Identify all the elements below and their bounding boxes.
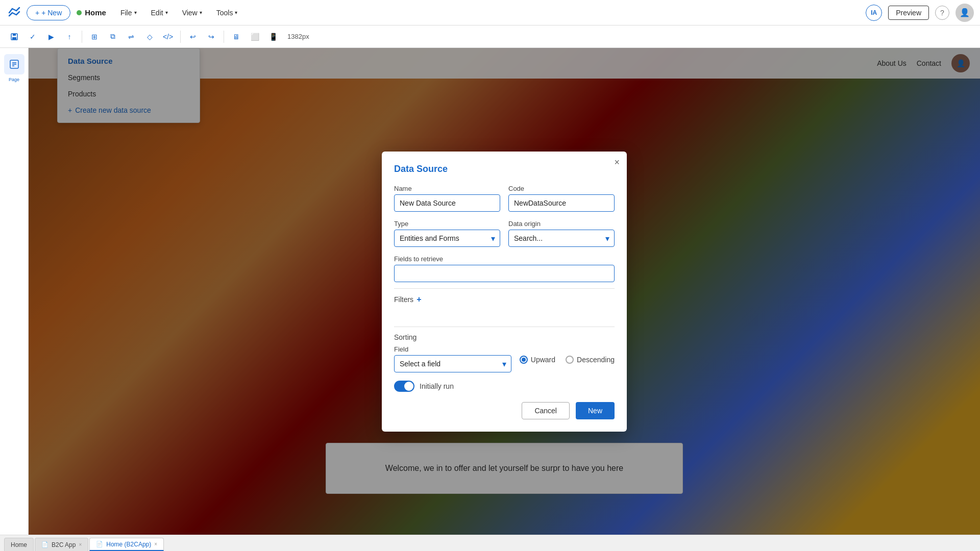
svg-rect-2 [12,37,16,40]
data-tool[interactable]: ⇌ [123,29,139,45]
fields-group: Fields to retrieve [394,255,615,282]
type-select-wrapper: Entities and Forms [394,230,500,247]
tab-home-b2c-label: Home (B2CApp) [106,541,151,548]
svg-rect-1 [13,34,16,36]
cancel-button[interactable]: Cancel [522,402,570,419]
field-select-wrapper: Select a field [394,355,511,372]
chevron-down-icon: ▾ [200,10,202,15]
upward-radio-circle [520,356,528,364]
home-label: Home [77,8,106,17]
sorting-label: Sorting [394,333,615,341]
view-menu[interactable]: View ▾ [176,6,208,20]
descending-radio[interactable]: Descending [566,356,615,364]
filters-area [394,308,615,320]
px-label: 1382px [283,33,313,40]
field-container: Field Select a field [394,345,511,372]
new-button-modal[interactable]: New [576,402,615,419]
data-origin-select-wrapper: Search... [508,230,615,247]
divider1 [394,288,615,289]
type-group: Type Entities and Forms [394,220,500,247]
top-right-controls: IA Preview ? 👤 [866,4,974,22]
field-label: Field [394,345,511,353]
name-input[interactable] [394,194,500,212]
type-select[interactable]: Entities and Forms [394,230,500,247]
mobile-tool[interactable]: 📱 [265,29,281,45]
preview-button[interactable]: Preview [888,6,929,20]
tab-b2c-label: B2C App [52,541,76,548]
modal-overlay: Data Source × Name Code Type [29,48,980,535]
sidebar-page-label: Page [9,77,19,82]
initially-run-label: Initially run [420,382,454,390]
descending-radio-circle [566,356,574,364]
content-area: About Us Contact 👤 Welcome, we in to off… [29,48,980,535]
data-origin-label: Data origin [508,220,615,228]
topbar: + + New Home File ▾ Edit ▾ View ▾ Tools … [0,0,980,26]
tab-home[interactable]: Home [4,538,34,551]
sidebar-page-icon[interactable] [4,54,24,74]
code-group: Code [508,185,615,212]
modal-close-button[interactable]: × [614,158,620,167]
data-origin-select[interactable]: Search... [508,230,615,247]
help-button[interactable]: ? [935,6,949,20]
edit-menu[interactable]: Edit ▾ [145,6,174,20]
filters-add-button[interactable]: + [416,295,421,304]
play-tool[interactable]: ▶ [43,29,59,45]
name-code-row: Name Code [394,185,615,212]
fields-label: Fields to retrieve [394,255,615,263]
name-label: Name [394,185,500,192]
divider2 [394,327,615,327]
chevron-down-icon: ▾ [165,10,168,15]
modal-title: Data Source [394,164,615,174]
logo-icon[interactable] [6,5,22,21]
undo-tool[interactable]: ↩ [185,29,201,45]
filters-header: Filters + [394,295,615,304]
code-tool[interactable]: </> [160,29,176,45]
save-tool[interactable] [6,29,22,45]
type-label: Type [394,220,500,228]
direction-radio-group: Upward Descending [520,356,615,364]
tab-icon-page2: 📄 [96,541,103,547]
tab-home-label: Home [11,541,27,548]
file-menu[interactable]: File ▾ [114,6,143,20]
chevron-down-icon: ▾ [235,10,237,15]
upload-tool[interactable]: ↑ [61,29,78,45]
check-tool[interactable]: ✓ [24,29,41,45]
tab-home-b2c[interactable]: 📄 Home (B2CApp) × [89,538,164,551]
sorting-row: Field Select a field Upward [394,345,615,372]
redo-tool[interactable]: ↪ [203,29,219,45]
ia-badge[interactable]: IA [866,5,882,21]
data-source-modal: Data Source × Name Code Type [382,152,627,432]
tab-b2c-app[interactable]: 📄 B2C App × [35,538,88,551]
sidebar: Page [0,48,29,535]
field-select[interactable]: Select a field [394,355,511,372]
tab-b2c-close[interactable]: × [79,542,82,547]
initially-run-row: Initially run [394,381,615,392]
new-button[interactable]: + + New [27,5,70,20]
filters-label: Filters [394,295,413,304]
data-origin-group: Data origin Search... [508,220,615,247]
layers-tool[interactable]: ⧉ [105,29,121,45]
upward-radio[interactable]: Upward [520,356,555,364]
initially-run-toggle[interactable] [394,381,414,392]
tablet-tool[interactable]: ⬜ [247,29,263,45]
menu-bar: File ▾ Edit ▾ View ▾ Tools ▾ [114,6,243,20]
code-label: Code [508,185,615,192]
tab-home-b2c-close[interactable]: × [154,541,157,547]
code-input[interactable] [508,194,615,212]
fields-input[interactable] [394,265,615,282]
type-origin-row: Type Entities and Forms Data origin Sear… [394,220,615,247]
tab-icon-page: 📄 [41,541,48,548]
user-avatar[interactable]: 👤 [955,4,974,22]
bottombar: Home 📄 B2C App × 📄 Home (B2CApp) × [0,535,980,551]
main-area: Page About Us Contact 👤 Welcome, we in t… [0,48,980,535]
name-group: Name [394,185,500,212]
modal-footer: Cancel New [394,402,615,419]
grid-tool[interactable]: ⊞ [86,29,103,45]
toolbar2: ✓ ▶ ↑ ⊞ ⧉ ⇌ ◇ </> ↩ ↪ 🖥 ⬜ 📱 1382px [0,26,980,48]
desktop-tool[interactable]: 🖥 [228,29,244,45]
plus-icon: + [35,9,39,17]
chevron-down-icon: ▾ [134,10,137,15]
shape-tool[interactable]: ◇ [141,29,158,45]
home-status-dot [77,10,82,15]
tools-menu[interactable]: Tools ▾ [210,6,244,20]
